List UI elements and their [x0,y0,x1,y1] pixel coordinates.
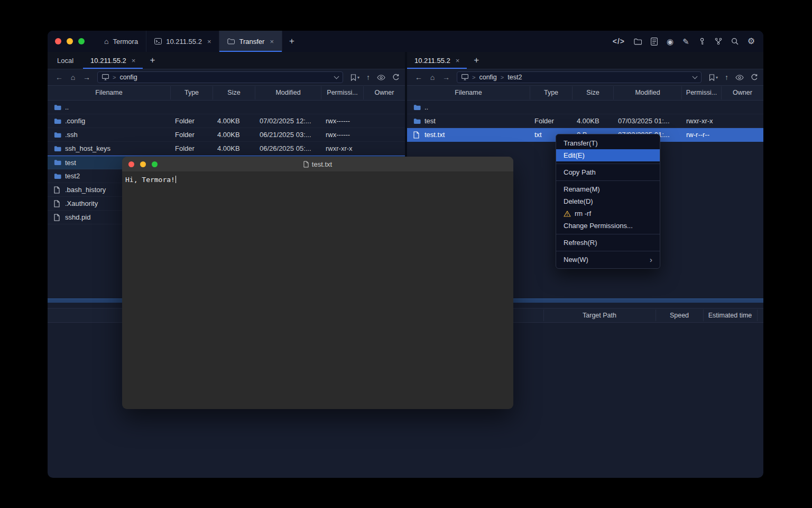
column-header-permissions[interactable]: Permissi... [682,86,722,99]
file-row[interactable]: .. [48,101,405,114]
folder-icon [54,173,61,179]
right-navbar: ← ⌂ → > config > test2 ▾ [407,69,763,85]
folder-icon [54,159,61,166]
close-tab-icon[interactable]: × [270,38,274,46]
termora-main-window: ⌂ Termora 10.211.55.2 × Transfer × + </> [48,31,763,478]
show-hidden-files-button[interactable] [735,75,744,80]
menu-item-transfer[interactable]: Transfer(T) [556,137,660,149]
column-header-filename[interactable]: Filename [48,86,171,99]
new-tab-button[interactable]: + [282,31,301,52]
left-navbar: ← ⌂ → > config ▾ ↑ [48,69,405,85]
search-icon[interactable] [731,38,739,45]
file-row[interactable]: .config Folder 4.00KB 07/02/2025 12:... … [48,114,405,128]
tab-remote-session[interactable]: 10.211.55.2 × [407,52,467,69]
column-header-estimated-time[interactable]: Estimated time [703,309,757,322]
path-bar[interactable]: > config > test2 [457,71,702,83]
menu-item-rename[interactable]: Rename(M) [556,183,660,195]
path-segment[interactable]: config [119,74,137,81]
new-panel-tab-button[interactable]: + [467,52,486,69]
context-menu: Transfer(T) Edit(E) Copy Path Rename(M) … [556,134,660,269]
column-header-owner[interactable]: Owner [722,86,763,99]
menu-item-delete[interactable]: Delete(D) [556,195,660,207]
folder-icon [54,146,61,152]
menu-item-change-permissions[interactable]: Change Permissions... [556,220,660,232]
branch-icon[interactable] [715,38,722,45]
close-window-button[interactable] [55,38,61,44]
column-header-size[interactable]: Size [573,86,614,99]
right-table-header: Filename Type Size Modified Permissi... … [407,85,763,101]
path-separator: > [113,74,116,80]
menu-item-refresh[interactable]: Refresh(R) [556,237,660,249]
column-header-permissions[interactable]: Permissi... [321,86,364,99]
pencil-icon[interactable]: ✎ [682,38,689,46]
column-header-speed[interactable]: Speed [656,309,703,322]
path-dropdown[interactable] [335,76,338,78]
forward-button[interactable]: → [80,71,93,84]
column-header-filename[interactable]: Filename [407,86,530,99]
file-row[interactable]: .ssh Folder 4.00KB 06/21/2025 03:... rwx… [48,128,405,142]
back-button[interactable]: ← [53,71,66,84]
menu-item-copy-path[interactable]: Copy Path [556,166,660,178]
back-button[interactable]: ← [412,71,425,84]
parent-directory-button[interactable]: ↑ [366,73,370,81]
column-header-target-path[interactable]: Target Path [543,309,656,322]
menu-item-label: rm -rf [575,210,591,217]
file-row[interactable]: test Folder 4.00KB 07/03/2025 01:... rwx… [407,114,763,128]
tab-local[interactable]: Local [48,52,83,69]
tab-label: 10.211.55.2 [90,57,126,65]
refresh-button[interactable] [392,74,400,81]
menu-item-label: Delete(D) [564,197,593,205]
tab-remote-session[interactable]: 10.211.55.2 × [83,52,143,69]
log-icon[interactable] [651,38,658,46]
tab-transfer[interactable]: Transfer × [219,31,282,52]
close-tab-icon[interactable]: × [207,38,211,46]
editor-content-area[interactable]: Hi, Termora! [122,172,513,187]
tab-ssh-session[interactable]: 10.211.55.2 × [146,31,219,52]
home-button[interactable]: ⌂ [67,71,79,84]
path-dropdown[interactable] [693,76,697,78]
file-row[interactable]: .. [407,101,763,114]
key-icon[interactable] [698,38,706,45]
show-hidden-files-button[interactable] [377,75,385,80]
gear-icon[interactable]: ⚙ [748,37,755,46]
code-icon[interactable]: </> [613,38,625,45]
tab-label: Local [57,57,73,65]
column-header-type[interactable]: Type [171,86,213,99]
folder-icon[interactable] [634,38,642,45]
maximize-window-button[interactable] [78,38,85,44]
parent-directory-button[interactable]: ↑ [725,73,728,81]
column-header-size[interactable]: Size [213,86,255,99]
file-row[interactable]: ssh_host_keys Folder 4.00KB 06/26/2025 0… [48,142,405,156]
column-header-owner[interactable]: Owner [364,86,405,99]
maximize-window-button[interactable] [152,161,158,167]
path-segment[interactable]: test2 [508,74,522,81]
refresh-button[interactable] [751,74,758,81]
folder-icon [54,104,61,111]
path-bar[interactable]: > config [97,71,343,83]
tab-termora[interactable]: ⌂ Termora [96,31,146,52]
home-icon: ⌂ [104,37,108,46]
menu-item-edit[interactable]: Edit(E) [556,149,660,161]
menu-item-rm-rf[interactable]: rm -rf [556,207,660,220]
path-segment[interactable]: config [479,74,496,81]
column-header-modified[interactable]: Modified [255,86,321,99]
minimize-window-button[interactable] [140,161,146,167]
menu-item-label: Copy Path [564,168,596,176]
bookmarks-button[interactable]: ▾ [709,74,718,81]
close-window-button[interactable] [128,161,134,167]
editor-titlebar[interactable]: test.txt [122,157,513,172]
menu-item-new[interactable]: New(W) › [556,253,660,266]
bookmarks-button[interactable]: ▾ [350,74,359,81]
minimize-window-button[interactable] [67,38,73,44]
record-icon[interactable]: ◉ [667,38,673,46]
new-panel-tab-button[interactable]: + [143,52,162,69]
forward-button[interactable]: → [440,71,453,84]
file-name: .. [65,103,69,111]
column-header-modified[interactable]: Modified [614,86,682,99]
column-header-type[interactable]: Type [530,86,573,99]
home-button[interactable]: ⌂ [426,71,439,84]
menu-separator [556,232,660,237]
close-tab-icon[interactable]: × [456,57,460,65]
close-tab-icon[interactable]: × [132,57,136,65]
file-name: test.txt [425,131,445,139]
